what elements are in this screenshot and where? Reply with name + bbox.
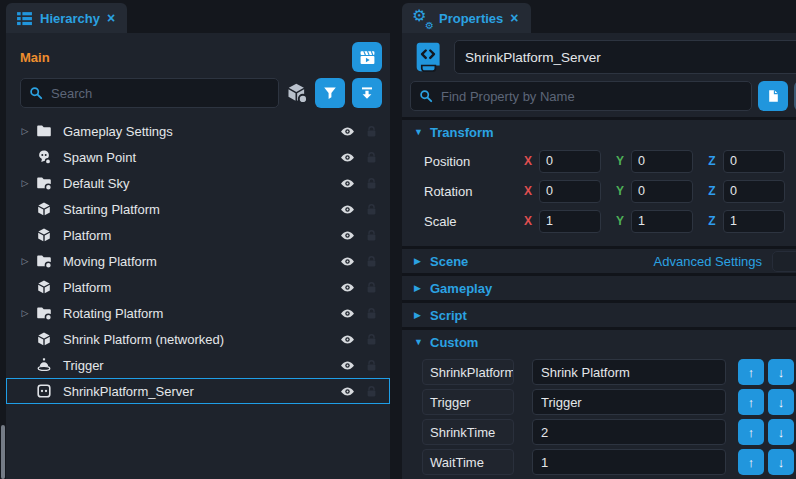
hierarchy-search-input[interactable] [20,78,279,108]
lock-icon[interactable] [359,332,383,347]
close-icon[interactable]: × [510,11,518,25]
cube-icon [33,279,55,295]
tab-hierarchy[interactable]: Hierarchy × [6,3,127,33]
tree-row-spawn-point[interactable]: Spawn Point [6,144,390,170]
tree-row-starting-platform[interactable]: Starting Platform [6,196,390,222]
trigger-value-input[interactable] [532,389,726,415]
move-down-button[interactable]: ↓ [768,449,794,475]
move-up-button[interactable]: ↑ [738,389,764,415]
section-custom[interactable]: ▼ Custom ••• [402,327,796,354]
tree-row-shrinkplatform-server[interactable]: ShrinkPlatform_Server [6,378,390,404]
chevron-right-icon[interactable]: ▶ [414,256,430,266]
move-up-button[interactable]: ↑ [738,449,764,475]
move-down-button[interactable]: ↓ [768,419,794,445]
lock-icon[interactable] [359,228,383,243]
visibility-eye-icon[interactable] [335,305,359,322]
section-scene[interactable]: ▶ Scene Advanced Settings [402,246,796,273]
move-down-button[interactable]: ↓ [768,359,794,385]
tree-row-default-sky[interactable]: ▷ Default Sky [6,170,390,196]
find-property-input[interactable] [410,81,752,111]
scale-z-input[interactable] [723,210,785,233]
filter-button[interactable] [315,78,345,108]
collapse-all-button[interactable] [352,78,382,108]
tree-row-rotating-platform[interactable]: ▷ Rotating Platform [6,300,390,326]
scale-x-input[interactable] [539,210,601,233]
properties-body: ▼ Transform Position X Y Z ↺ Rotation X [402,33,796,479]
expand-arrow-icon[interactable]: ▷ [17,126,33,136]
tree-row-trigger[interactable]: Trigger [6,352,390,378]
position-z-input[interactable] [723,150,785,173]
shrinktime-value-input[interactable] [532,419,726,445]
tab-hierarchy-label: Hierarchy [40,11,100,26]
visibility-eye-icon[interactable] [335,357,359,374]
move-up-button[interactable]: ↑ [738,359,764,385]
chevron-down-icon[interactable]: ▼ [414,337,430,347]
section-transform[interactable]: ▼ Transform [402,117,796,144]
waittime-value-input[interactable] [532,449,726,475]
editor-window: Hierarchy × Main ▷ [0,0,796,479]
rotation-row: Rotation X Y Z ↺ [424,176,796,206]
lock-icon[interactable] [359,384,383,399]
lock-icon[interactable] [359,176,383,191]
lock-icon[interactable] [359,124,383,139]
visibility-eye-icon[interactable] [335,279,359,296]
position-y-input[interactable] [631,150,693,173]
visibility-eye-icon[interactable] [335,149,359,166]
lock-icon[interactable] [359,306,383,321]
tree-row-shrink-platform-networked[interactable]: Shrink Platform (networked) [6,326,390,352]
lock-icon[interactable] [359,254,383,269]
expand-arrow-icon[interactable]: ▷ [17,308,33,318]
search-icon [418,88,434,104]
visibility-eye-icon[interactable] [335,253,359,270]
advanced-settings-checkbox[interactable] [772,251,796,272]
position-x-input[interactable] [539,150,601,173]
move-down-button[interactable]: ↓ [768,389,794,415]
rotation-y-input[interactable] [631,180,693,203]
scale-y-input[interactable] [631,210,693,233]
cube-icon [33,227,55,243]
visibility-eye-icon[interactable] [335,123,359,140]
entity-name-input[interactable] [454,40,796,74]
close-icon[interactable]: × [107,11,115,25]
hierarchy-tabstrip: Hierarchy × [6,0,390,33]
folder-badge-icon [33,253,55,269]
tree-row-platform[interactable]: Platform [6,222,390,248]
panel-divider[interactable] [390,0,402,479]
tree-row-platform[interactable]: Platform [6,274,390,300]
rotation-x-input[interactable] [539,180,601,203]
properties-tabstrip: ⚙ ⚙ Properties × [402,0,796,33]
visibility-eye-icon[interactable] [335,201,359,218]
rotation-z-input[interactable] [723,180,785,203]
script-icon [33,383,55,399]
visibility-eye-icon[interactable] [335,175,359,192]
shrinkplatform-value-input[interactable] [532,359,726,385]
visibility-eye-icon[interactable] [335,383,359,400]
visibility-eye-icon[interactable] [335,227,359,244]
section-script[interactable]: ▶ Script [402,300,796,327]
entity-cube-icon[interactable] [286,82,308,104]
lock-icon[interactable] [359,358,383,373]
lock-icon[interactable] [359,202,383,217]
tab-properties[interactable]: ⚙ ⚙ Properties × [402,3,531,33]
cube-icon [33,201,55,217]
move-up-button[interactable]: ↑ [738,419,764,445]
cutscene-clapper-button[interactable] [352,42,382,72]
spawn-point-icon [33,149,55,165]
hierarchy-list-icon [16,10,33,27]
folder-icon [33,123,55,139]
tab-properties-label: Properties [439,11,503,26]
lock-icon[interactable] [359,150,383,165]
chevron-right-icon[interactable]: ▶ [414,310,430,320]
expand-arrow-icon[interactable]: ▷ [17,256,33,266]
advanced-settings-link[interactable]: Advanced Settings [654,254,762,269]
expand-arrow-icon[interactable]: ▷ [17,178,33,188]
section-gameplay[interactable]: ▶ Gameplay [402,273,796,300]
chevron-right-icon[interactable]: ▶ [414,283,430,293]
chevron-down-icon[interactable]: ▼ [414,127,430,137]
visibility-eye-icon[interactable] [335,331,359,348]
scrollbar-thumb[interactable] [1,425,5,479]
tree-row-gameplay-settings[interactable]: ▷ Gameplay Settings [6,118,390,144]
tree-row-moving-platform[interactable]: ▷ Moving Platform [6,248,390,274]
copy-properties-button[interactable] [758,81,788,111]
lock-icon[interactable] [359,280,383,295]
